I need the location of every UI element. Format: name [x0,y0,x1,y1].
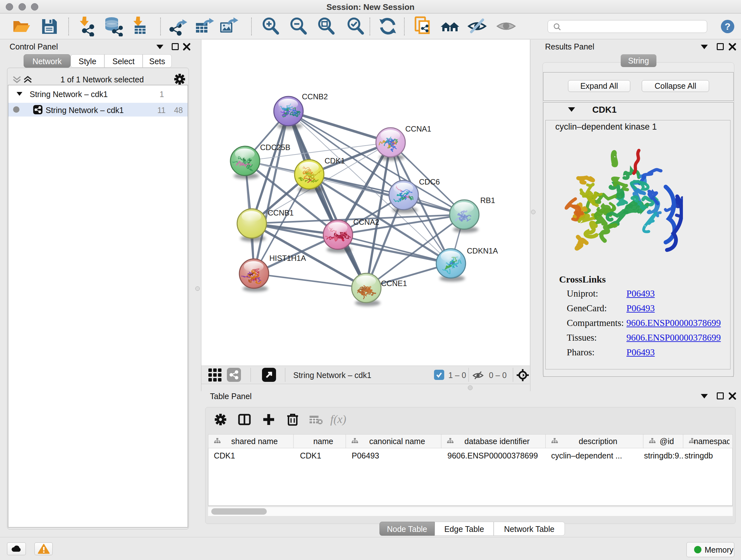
svg-text:CCNA1: CCNA1 [405,125,431,133]
svg-text:HIST1H1A: HIST1H1A [269,254,306,262]
svg-text:CDK1: CDK1 [325,157,345,165]
svg-text:CDC6: CDC6 [419,178,440,186]
svg-text:CCNB1: CCNB1 [268,208,293,217]
svg-text:CDKN1A: CDKN1A [467,246,498,255]
svg-text:CCNE1: CCNE1 [381,279,407,288]
svg-text:RB1: RB1 [480,196,495,205]
svg-text:CCNB2: CCNB2 [302,92,328,101]
svg-text:CDC25B: CDC25B [260,143,290,152]
svg-text:CCNA2: CCNA2 [353,218,379,226]
